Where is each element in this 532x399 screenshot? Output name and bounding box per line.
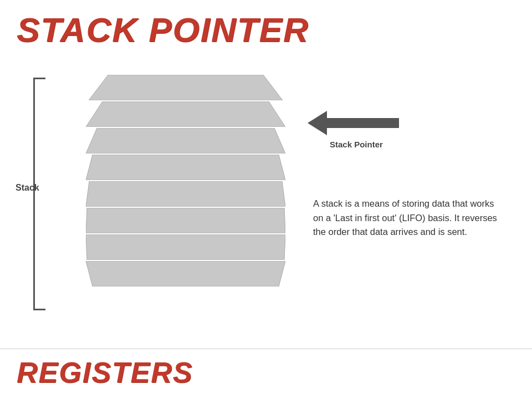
svg-marker-6	[86, 234, 285, 260]
divider-line	[0, 349, 532, 350]
stack-layer	[86, 208, 285, 233]
stack-bracket	[33, 72, 50, 316]
svg-marker-1	[86, 101, 285, 127]
bottom-title: REGISTERS	[17, 356, 193, 389]
stack-layer	[86, 181, 285, 207]
svg-marker-2	[86, 128, 285, 154]
arrow-head-icon	[308, 111, 327, 135]
arrow-body	[327, 118, 399, 128]
svg-marker-7	[86, 261, 285, 287]
arrow-label: Stack Pointer	[330, 140, 383, 149]
stack-layer	[86, 101, 285, 127]
stack-layer	[86, 155, 285, 180]
stack-layer	[86, 75, 285, 100]
svg-marker-0	[89, 75, 283, 100]
description-text: A stack is a means of storing data that …	[313, 197, 502, 239]
stack-layer	[86, 261, 285, 287]
stack-visual	[86, 75, 285, 319]
stack-layer	[86, 128, 285, 154]
stack-layer	[86, 234, 285, 260]
svg-marker-3	[86, 155, 285, 180]
svg-marker-4	[86, 181, 285, 207]
page-title: STACK POINTER	[17, 10, 309, 49]
stack-pointer-arrow: Stack Pointer	[308, 111, 399, 149]
svg-marker-5	[86, 208, 285, 233]
stack-label: Stack	[16, 183, 39, 193]
